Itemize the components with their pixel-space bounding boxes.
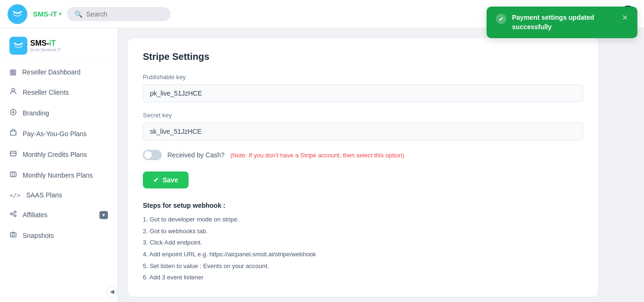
svg-point-6 bbox=[14, 211, 16, 213]
save-button[interactable]: ✔ Save bbox=[143, 171, 189, 188]
sidebar-item-label: Snapshots bbox=[23, 232, 54, 239]
sidebar-item-pay-as-you-go[interactable]: Pay-As-You-Go Plans bbox=[0, 123, 117, 144]
svg-point-5 bbox=[10, 213, 12, 215]
svg-point-0 bbox=[12, 89, 15, 91]
svg-point-7 bbox=[14, 215, 16, 217]
toast-check-icon: ✔ bbox=[496, 14, 506, 24]
webhook-step-4: 4. Add enpoint URL e.g. https://aicpanel… bbox=[143, 249, 583, 261]
affiliates-icon bbox=[9, 210, 17, 220]
dashboard-icon: ▦ bbox=[9, 67, 17, 76]
webhook-step-5: 5. Set listen to value : Events on your … bbox=[143, 261, 583, 272]
sidebar-item-label: Monthly Credits Plans bbox=[23, 151, 87, 158]
cash-toggle-note: (Note: If you don't have a Stripe accoun… bbox=[230, 152, 404, 159]
success-toast: ✔ Payment settings updated successfully … bbox=[487, 7, 637, 38]
sidebar-item-label: Affiliates bbox=[23, 211, 48, 219]
numbers-icon bbox=[9, 171, 17, 180]
page-title: Stripe Settings bbox=[143, 51, 583, 62]
cash-toggle-label: Received by Cash? bbox=[167, 151, 224, 159]
svg-rect-4 bbox=[10, 172, 16, 177]
sidebar-collapse-button[interactable]: ◀ bbox=[106, 286, 117, 297]
publishable-key-label: Publishable key bbox=[143, 73, 583, 81]
sidebar-item-label: Pay-As-You-Go Plans bbox=[23, 130, 87, 138]
save-check-icon: ✔ bbox=[153, 176, 159, 184]
publishable-key-group: Publishable key bbox=[143, 73, 583, 102]
credits-icon bbox=[9, 150, 17, 159]
webhook-title: Steps for setup webhook : bbox=[143, 202, 583, 209]
sidebar-item-label: Branding bbox=[23, 109, 49, 117]
branding-icon bbox=[9, 108, 17, 118]
webhook-step-2: 2. Got to webhooks tab. bbox=[143, 226, 583, 237]
stripe-settings-card: Stripe Settings Publishable key Secret k… bbox=[127, 38, 599, 297]
sidebar-logo-sub: Si-Hi Sentient IT bbox=[30, 48, 61, 52]
brand-dropdown-icon: ▾ bbox=[59, 11, 61, 16]
sidebar-item-reseller-dashboard[interactable]: ▦ Reseller Dashboard bbox=[0, 62, 117, 82]
sidebar-item-label: SAAS Plans bbox=[26, 191, 62, 199]
cash-toggle[interactable] bbox=[143, 150, 162, 160]
webhook-step-3: 3. Click Add endpoint. bbox=[143, 237, 583, 249]
search-icon: 🔍 bbox=[74, 10, 83, 18]
sidebar-item-monthly-credits[interactable]: Monthly Credits Plans bbox=[0, 144, 117, 165]
snapshots-icon bbox=[9, 231, 17, 240]
sidebar-item-saas-plans[interactable]: </> SAAS Plans bbox=[0, 186, 117, 204]
clients-icon bbox=[9, 88, 17, 97]
secret-key-input[interactable] bbox=[143, 122, 583, 140]
secret-key-group: Secret key bbox=[143, 112, 583, 140]
webhook-step-1: 1. Got to developer mode on stripe. bbox=[143, 214, 583, 226]
main-content: Stripe Settings Publishable key Secret k… bbox=[118, 28, 644, 302]
webhook-step-6: 6. Add 3 event listener bbox=[143, 272, 583, 284]
sidebar-item-affiliates[interactable]: Affiliates ▾ bbox=[0, 204, 117, 225]
webhook-steps: 1. Got to developer mode on stripe. 2. G… bbox=[143, 214, 583, 284]
sidebar-item-branding[interactable]: Branding bbox=[0, 103, 117, 123]
search-bar: 🔍 bbox=[67, 7, 171, 21]
svg-rect-2 bbox=[10, 131, 16, 135]
svg-rect-8 bbox=[10, 233, 16, 237]
svg-point-9 bbox=[12, 234, 15, 236]
svg-rect-3 bbox=[10, 151, 16, 156]
brand-name[interactable]: SMS-iT ▾ bbox=[33, 10, 61, 18]
search-input[interactable] bbox=[86, 10, 163, 18]
sidebar-item-label: Reseller Clients bbox=[23, 89, 69, 96]
affiliates-expand-arrow[interactable]: ▾ bbox=[99, 211, 108, 219]
sidebar-logo: SMS-iT Si-Hi Sentient IT bbox=[0, 28, 117, 62]
sidebar-item-label: Reseller Dashboard bbox=[22, 68, 81, 76]
payg-icon bbox=[9, 129, 17, 139]
toast-message: Payment settings updated successfully bbox=[512, 13, 616, 32]
main-layout: SMS-iT Si-Hi Sentient IT ▦ Reseller Dash… bbox=[0, 28, 644, 302]
sidebar: SMS-iT Si-Hi Sentient IT ▦ Reseller Dash… bbox=[0, 28, 118, 302]
sidebar-item-monthly-numbers[interactable]: Monthly Numbers Plans bbox=[0, 165, 117, 186]
cash-toggle-row: Received by Cash? (Note: If you don't ha… bbox=[143, 150, 583, 160]
sidebar-item-snapshots[interactable]: Snapshots bbox=[0, 225, 117, 246]
publishable-key-input[interactable] bbox=[143, 84, 583, 102]
toggle-knob bbox=[144, 151, 152, 159]
sidebar-logo-text: SMS-iT Si-Hi Sentient IT bbox=[30, 39, 61, 52]
save-button-label: Save bbox=[163, 176, 178, 184]
saas-icon: </> bbox=[9, 192, 20, 199]
nav-logo bbox=[8, 4, 27, 24]
sidebar-item-reseller-clients[interactable]: Reseller Clients bbox=[0, 82, 117, 103]
sidebar-item-label: Monthly Numbers Plans bbox=[23, 171, 93, 179]
sidebar-logo-main: SMS-iT bbox=[30, 39, 61, 48]
sidebar-logo-icon bbox=[9, 37, 27, 55]
toast-close-button[interactable]: ✕ bbox=[622, 13, 628, 22]
secret-key-label: Secret key bbox=[143, 112, 583, 119]
